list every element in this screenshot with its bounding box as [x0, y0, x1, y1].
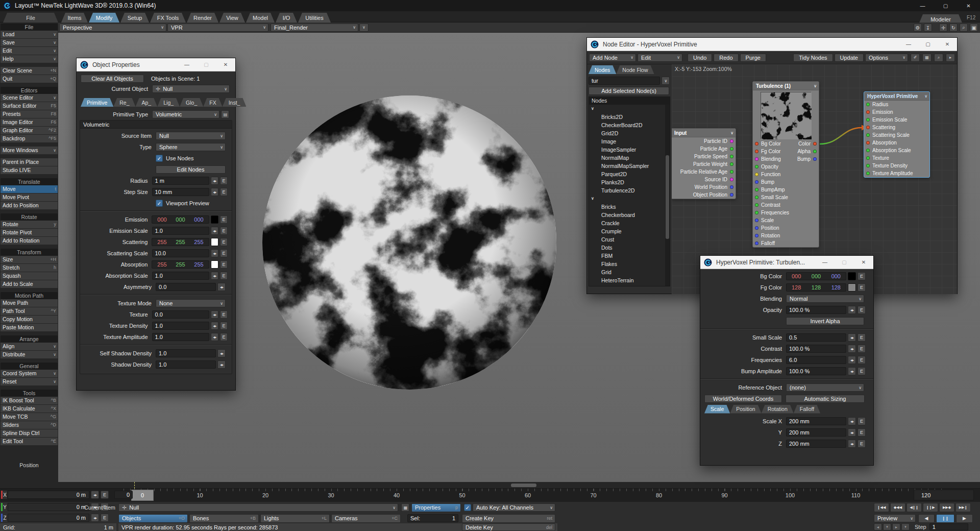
objprops-step-size-envelope-button[interactable]: E [220, 188, 228, 196]
primitive-type-dropdown[interactable]: Volumetric ∨ [152, 110, 219, 118]
node-port-blending[interactable]: Blending [753, 155, 789, 163]
graph-node-hypervoxel-primitive[interactable]: HyperVoxel Primitive∨RadiusEmissionEmiss… [864, 91, 930, 178]
sidebar-item-image-editor[interactable]: Image EditorF6 [1, 118, 58, 127]
tree-item-imagesampler[interactable]: ImageSampler [589, 146, 670, 154]
turbulence-fg-color-rgb-field[interactable]: 128128128 [786, 283, 846, 292]
objprops-tab-inst[interactable]: Inst_ [223, 98, 247, 107]
turbulence-scale-x-field[interactable]: 200 mm [786, 417, 846, 425]
objprops-type-dropdown[interactable]: Sphere∨ [156, 143, 226, 151]
sidebar-item-move-tcb[interactable]: Move TCB^G [1, 413, 58, 421]
turbulence-opacity-field[interactable]: 100.0 % [786, 306, 846, 314]
add-selected-nodes-button[interactable]: Add Selected Node(s) [589, 87, 669, 95]
edit-mode-lights-button[interactable]: Lights+L [260, 514, 330, 523]
turbulence-bg-color-rgb-field[interactable]: 000000000 [786, 272, 846, 280]
objprops-emission-color-swatch[interactable] [211, 215, 218, 224]
autokey-dropdown[interactable]: Auto Key: All Channels∨ [473, 503, 555, 512]
graph-node-input[interactable]: Input∨Particle IDParticle AgeParticle Sp… [672, 128, 736, 199]
tree-item-crumple[interactable]: Crumple [589, 227, 670, 235]
edit-mode-objects-button[interactable]: Objects+O [118, 514, 188, 523]
sidebar-item-presets[interactable]: PresetsF8 [1, 110, 58, 118]
turbulence-invert-alpha-button[interactable]: Invert Alpha [786, 317, 864, 325]
node-port-texture[interactable]: Texture [864, 154, 929, 162]
node-port-absorption-scale[interactable]: Absorption Scale [864, 147, 929, 154]
sidebar-item-load[interactable]: Load∨ [1, 31, 58, 39]
tree-group-2d-textures[interactable]: ∨2D Textures [589, 105, 670, 113]
node-port-emission[interactable]: Emission [864, 108, 929, 116]
objprops-emission-rgb-field[interactable]: 000000000 [152, 215, 209, 224]
sidebar-item-path-tool[interactable]: Path Tool^Y [1, 307, 58, 316]
objprops-scattering-rgb-field[interactable]: 255255255 [152, 238, 209, 246]
turbulence-opacity-envelope-button[interactable]: E [857, 306, 866, 314]
tree-item-crust[interactable]: Crust [589, 235, 670, 244]
pan-view-icon[interactable]: ✛ [939, 23, 947, 32]
sidebar-item-rotate-pivot[interactable]: Rotate Pivot [1, 229, 58, 237]
node-port-particle-speed[interactable]: Particle Speed [672, 153, 736, 160]
objprops-texture-amplitude-envelope-button[interactable]: E [220, 333, 228, 341]
node-port-bumpamp[interactable]: BumpAmp [753, 186, 789, 194]
tree-item-planks2d[interactable]: Planks2D [589, 178, 670, 186]
sidebar-item-parent-in-place[interactable]: Parent in Place [1, 158, 58, 166]
sidebar-item-stretch[interactable]: Stretchh [1, 264, 58, 272]
tab-setup[interactable]: Setup [120, 13, 149, 22]
tab-model[interactable]: Model [246, 13, 275, 22]
node-port-emission-scale[interactable]: Emission Scale [864, 116, 929, 124]
node-port-radius[interactable]: Radius [864, 101, 929, 108]
objprops-texture-field[interactable]: 0.0 [152, 310, 209, 319]
turbulence-reference-object-dropdown[interactable]: (none)∨ [786, 383, 864, 392]
node-port-scale[interactable]: Scale [753, 216, 789, 224]
keyframe-jump-button-3[interactable]: ▾ [901, 523, 910, 530]
node-port-particle-weight[interactable]: Particle Weight [672, 160, 736, 168]
current-frame-field[interactable]: 0 [114, 491, 133, 499]
node-port-texture-density[interactable]: Texture Density [864, 162, 929, 170]
objprops-absorption-rgb-field[interactable]: 255255255 [152, 260, 209, 269]
copy-settings-icon[interactable]: ▤ [221, 110, 229, 118]
minimize-icon[interactable]: — [815, 256, 835, 269]
current-object-dropdown[interactable]: ✛ Null ∨ [152, 85, 230, 93]
minislider-icon[interactable]: ◂▸ [211, 333, 218, 341]
objprops-tab-ap[interactable]: Ap_ [136, 98, 158, 107]
edit-mode-cameras-button[interactable]: Cameras+C [331, 514, 401, 523]
tab-items[interactable]: Items [61, 13, 88, 22]
sidebar-item-ik-boost-tool[interactable]: IK Boost Tool^B [1, 397, 58, 405]
current-item-dropdown[interactable]: ✛ Null ∨ [118, 503, 398, 512]
node-port-scattering-scale[interactable]: Scattering Scale [864, 131, 929, 139]
end-frame-field[interactable]: 120 [914, 490, 974, 500]
sidebar-item-move-path[interactable]: Move Path [1, 299, 58, 307]
turbulence-tab-rotation[interactable]: Rotation [762, 405, 794, 414]
sidebar-item-copy-motion[interactable]: Copy Motion [1, 316, 58, 324]
turbulence-bg-color-envelope-button[interactable]: E [857, 272, 866, 280]
tree-item-bricks2d[interactable]: Bricks2D [589, 113, 670, 121]
minislider-icon[interactable]: ◂▸ [211, 177, 218, 185]
keyframe-jump-button-1[interactable]: ▾ [883, 523, 891, 530]
export-icon[interactable]: ↧ [924, 23, 932, 32]
node-port-color[interactable]: Color [797, 140, 819, 148]
turbulence-y-envelope-button[interactable]: E [857, 428, 866, 437]
preset-chevron-button[interactable]: ∨ [359, 23, 369, 32]
frame-ruler[interactable]: 0102030405060708090100110120 0 120 [0, 489, 980, 502]
objprops-use-nodes-checkbox[interactable]: ✓ [156, 155, 163, 162]
edit-dropdown[interactable]: Edit∨ [638, 54, 682, 62]
turbulence-small-scale-field[interactable]: 0.5 [786, 333, 846, 342]
options-dropdown[interactable]: Options∨ [865, 54, 908, 62]
node-port-alpha[interactable]: Alpha [797, 148, 819, 155]
sidebar-item-edit[interactable]: Edit∨ [1, 47, 58, 55]
node-port-scattering[interactable]: Scattering [864, 124, 929, 131]
sidebar-item-reset[interactable]: Reset∨ [1, 378, 58, 386]
objprops-emission-envelope-button[interactable]: E [220, 215, 228, 224]
object-properties-titlebar[interactable]: Object Properties — ▢ ✕ [77, 58, 235, 71]
tree-item-bricks[interactable]: Bricks [589, 203, 670, 211]
objprops-tab-primitive[interactable]: Primitive [81, 98, 113, 107]
turbulence-frequencies-field[interactable]: 6.0 [786, 356, 846, 364]
turbulence-blending-dropdown[interactable]: Normal∨ [786, 295, 864, 303]
timeline-scrubber[interactable]: 0 [131, 490, 154, 501]
sidebar-item-add-to-scale[interactable]: Add to Scale [1, 280, 58, 288]
node-port-particle-age[interactable]: Particle Age [672, 145, 736, 153]
item-list-grid-icon[interactable]: ▦ [401, 503, 409, 512]
node-port-particle-relative-age[interactable]: Particle Relative Age [672, 168, 736, 176]
node-port-object-position[interactable]: Object Position [672, 191, 736, 199]
tree-item-grid2d[interactable]: Grid2D [589, 129, 670, 137]
objprops-scattering-envelope-button[interactable]: E [220, 238, 228, 246]
objprops-edit-nodes-button[interactable]: Edit Nodes [156, 165, 226, 174]
node-port-texture-amplitude[interactable]: Texture Amplitude [864, 170, 929, 177]
shading-mode-dropdown[interactable]: VPR∨ [167, 23, 268, 32]
